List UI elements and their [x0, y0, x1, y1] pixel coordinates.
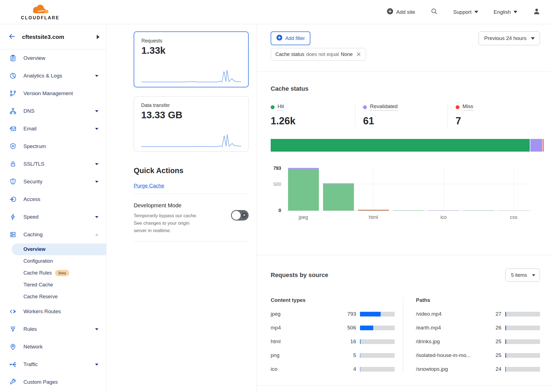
- sidebar-item-speed[interactable]: Speed: [0, 208, 106, 226]
- row-bar-fill: [505, 326, 506, 330]
- sidebar-item-version-management[interactable]: Version Management: [0, 85, 106, 102]
- chart-slot-1: [321, 168, 356, 211]
- row-bar: [505, 367, 540, 372]
- chart-slot-3: [391, 168, 426, 211]
- search-icon: [431, 8, 438, 16]
- chart-slot-css: css: [496, 168, 531, 211]
- hit-value: 1.26k: [271, 115, 355, 127]
- sidebar-item-ssl-tls[interactable]: SSL/TLS: [0, 155, 106, 173]
- add-filter-button[interactable]: Add filter: [271, 31, 310, 45]
- sidebar-item-overview[interactable]: Overview: [0, 49, 106, 67]
- filter-operator: does not equal: [306, 52, 339, 57]
- language-menu[interactable]: English: [494, 9, 517, 15]
- support-menu[interactable]: Support: [453, 9, 478, 15]
- row-bar-fill: [360, 367, 360, 372]
- bar-css: [498, 210, 529, 211]
- paths-table: Paths /video.mp427/earth.mp426/drinks.jp…: [416, 297, 540, 372]
- cloudflare-logo[interactable]: CLOUDFLARE: [21, 4, 60, 20]
- chevron-right-icon[interactable]: [97, 35, 100, 39]
- data-transfer-label: Data transfer: [141, 103, 241, 108]
- requests-metric-card[interactable]: Requests 1.33k: [134, 31, 249, 87]
- bar-segment: [463, 210, 494, 211]
- sidebar-item-workers-routes[interactable]: Workers Routes: [0, 303, 106, 320]
- sidebar-item-analytics-logs[interactable]: Analytics & Logs: [0, 67, 106, 85]
- row-bar: [360, 339, 395, 344]
- site-selector[interactable]: cftestsite3.com: [0, 25, 106, 49]
- row-bar: [360, 326, 395, 330]
- development-mode-toggle[interactable]: ✕: [231, 210, 249, 221]
- lightning-icon: [9, 213, 17, 221]
- add-site-button[interactable]: Add site: [387, 8, 415, 16]
- map-pin-icon: [9, 343, 17, 351]
- sidebar-item-dns[interactable]: DNS: [0, 102, 106, 120]
- sidebar-item-traffic[interactable]: Traffic: [0, 356, 106, 373]
- back-arrow-icon[interactable]: [8, 33, 16, 41]
- table-row: /drinks.jpg25: [416, 339, 540, 345]
- miss-legend-dot: [456, 105, 459, 109]
- table-row: /earth.mp426: [416, 325, 540, 331]
- server-stack-icon: [9, 231, 17, 238]
- account-menu[interactable]: [533, 7, 541, 17]
- sidebar-item-network[interactable]: Network: [0, 338, 106, 356]
- distribution-segment-revalidated: [530, 139, 542, 152]
- sidebar-subitem-configuration[interactable]: Configuration: [0, 255, 106, 267]
- row-bar-fill: [505, 353, 506, 358]
- revalidated-legend-dot: [363, 105, 367, 109]
- sidebar-item-caching[interactable]: Caching: [0, 226, 106, 243]
- envelope-icon: [9, 125, 17, 133]
- filter-value: None: [341, 52, 353, 57]
- sidebar-item-custom-pages[interactable]: Custom Pages: [0, 373, 106, 391]
- cache-status-stats: Hit 1.26k Revalidated 61 Miss 7: [271, 103, 540, 127]
- requests-by-source-section: Requests by source 5 items Content types…: [257, 255, 551, 372]
- row-bar: [505, 339, 540, 344]
- sidebar-item-security[interactable]: Security: [0, 173, 106, 190]
- row-value: 506: [338, 325, 356, 331]
- row-value: 5: [338, 352, 356, 358]
- content-types-table: Content types jpeg793mp4506html16png5ico…: [271, 297, 395, 372]
- sidebar-item-rules[interactable]: Rules: [0, 320, 106, 338]
- row-bar-fill: [360, 353, 360, 358]
- toggle-off-x-icon: ✕: [241, 213, 247, 218]
- table-row: mp4506: [271, 325, 395, 331]
- row-value: 4: [338, 366, 356, 372]
- sidebar-item-access[interactable]: Access: [0, 190, 106, 208]
- data-transfer-metric-card[interactable]: Data transfer 13.33 GB: [134, 96, 249, 152]
- sidebar-item-spectrum[interactable]: Spectrum: [0, 138, 106, 155]
- hit-label[interactable]: Hit: [278, 103, 284, 111]
- shield-asterisk-icon: [9, 143, 17, 150]
- distribution-segment-hit: [271, 139, 530, 152]
- active-filter-chip[interactable]: Cache status does not equal None: [271, 48, 366, 61]
- chevron-down-icon: [474, 11, 478, 13]
- miss-label[interactable]: Miss: [463, 103, 473, 111]
- purge-cache-link[interactable]: Purge Cache: [134, 183, 164, 189]
- table-row: png5: [271, 352, 395, 358]
- remove-filter-icon[interactable]: [356, 52, 361, 57]
- row-bar-fill: [360, 326, 373, 330]
- sidebar-item-email[interactable]: Email: [0, 120, 106, 138]
- time-range-dropdown[interactable]: Previous 24 hours: [479, 31, 540, 45]
- items-count-dropdown[interactable]: 5 items: [505, 269, 540, 282]
- x-tick-ico: ico: [426, 214, 461, 220]
- sidebar-subitem-caching-overview[interactable]: Overview: [12, 243, 106, 255]
- user-icon: [533, 7, 541, 17]
- divider: [257, 385, 551, 386]
- sidebar-subitem-tiered-cache[interactable]: Tiered Cache: [0, 279, 106, 291]
- row-value: 26: [484, 325, 501, 331]
- bars: jpeghtmlicocss: [286, 168, 531, 211]
- row-label: html: [271, 339, 338, 345]
- x-tick-html: html: [356, 214, 391, 220]
- row-bar: [360, 367, 395, 372]
- bar-segment: [358, 210, 389, 211]
- chevron-up-icon: [95, 233, 98, 236]
- cache-status-title: Cache status: [271, 85, 540, 92]
- cache-status-by-content-type-chart: 793 500 0 jpeghtmlicocss: [271, 168, 535, 230]
- funnel-icon: [9, 326, 17, 333]
- chart-slot-html: html: [356, 168, 391, 211]
- miss-value: 7: [456, 115, 540, 127]
- sidebar-subitem-cache-reserve[interactable]: Cache Reserve: [0, 291, 106, 303]
- bar-ico: [428, 210, 459, 211]
- revalidated-label[interactable]: Revalidated: [370, 103, 397, 111]
- sidebar-subitem-cache-rules[interactable]: Cache Rules Beta: [0, 267, 106, 279]
- search-button[interactable]: [431, 8, 438, 16]
- row-label: mp4: [271, 325, 338, 331]
